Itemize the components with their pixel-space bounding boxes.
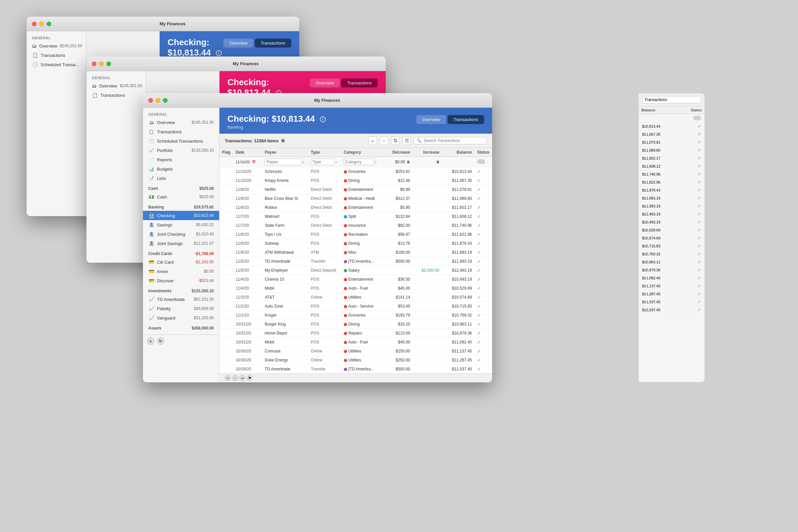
maximize-button-2[interactable] — [107, 61, 111, 66]
payee-input[interactable] — [265, 158, 301, 165]
sidebar-item-joint-checking-3[interactable]: 🏦 Joint Checking $1,010.49 — [143, 229, 219, 239]
sidebar-item-transactions-2[interactable]: 📋 Transactions — [87, 91, 146, 100]
minimize-button-3[interactable] — [156, 98, 160, 103]
status-toggle-right[interactable] — [693, 116, 701, 120]
status-check-icon[interactable]: ✓ — [477, 205, 481, 210]
row-remove-btn[interactable]: − — [232, 375, 238, 381]
status-check-icon[interactable]: ✓ — [477, 286, 481, 291]
status-check-icon[interactable]: ✓ — [477, 169, 481, 174]
sidebar-item-fidelity-3[interactable]: 📈 Fidelity $39,906.00 — [143, 304, 219, 313]
status-check-icon[interactable]: ✓ — [477, 340, 481, 345]
gear-icon[interactable]: ⚙ — [281, 138, 285, 143]
sidebar-item-amex-3[interactable]: 💳 Amex $0.00 — [143, 267, 219, 276]
info-icon-3[interactable]: i — [320, 116, 326, 122]
traffic-lights-2[interactable] — [92, 61, 111, 66]
minimize-button-2[interactable] — [99, 61, 104, 66]
sidebar-item-savings-3[interactable]: 🏦 Savings $5,430.22 — [143, 220, 219, 229]
traffic-lights-1[interactable] — [32, 22, 51, 26]
search-input[interactable] — [424, 138, 484, 143]
sidebar-item-scheduled-3[interactable]: 🕐 Scheduled Transactions — [143, 136, 219, 146]
calc-icon-2[interactable]: 🖩 — [436, 160, 440, 164]
row-undo-btn[interactable]: ↩ — [240, 375, 245, 381]
table-row: 11/7/20 Walmart POS Split $132.84 $11,60… — [220, 212, 492, 221]
sidebar-item-joint-savings-3[interactable]: 🏦 Joint Savings $12,321.67 — [143, 239, 219, 248]
tab-overview-2[interactable]: Overview — [310, 78, 340, 88]
status-check-icon[interactable]: ✓ — [477, 358, 481, 363]
right-panel-search[interactable] — [642, 96, 701, 103]
type-input[interactable] — [311, 158, 334, 165]
category-input[interactable] — [344, 158, 374, 165]
sidebar-item-cash-3[interactable]: 💵 Cash $525.00 — [143, 192, 219, 202]
status-check-icon[interactable]: ✓ — [477, 187, 481, 192]
status-check-icon[interactable]: ✓ — [477, 223, 481, 228]
tab-overview-1[interactable]: Overview — [224, 39, 253, 48]
tab-transactions-3[interactable]: Transactions — [448, 115, 484, 124]
sidebar-item-citi-3[interactable]: 💳 Citi Card -$1,242.65 — [143, 258, 219, 267]
sidebar-item-overview-1[interactable]: 🗂 Overview $245,351.50 — [26, 41, 86, 51]
new-row-category[interactable]: ≡ — [341, 157, 384, 167]
sidebar-item-transactions-3[interactable]: 📋 Transactions — [143, 127, 219, 136]
status-check-icon[interactable]: ✓ — [477, 330, 481, 336]
tab-overview-3[interactable]: Overview — [416, 115, 446, 124]
row-flag-btn[interactable]: ⚑ — [247, 375, 253, 381]
payee-dropdown-icon[interactable]: ≡ — [302, 160, 304, 164]
sidebar-item-transactions-1[interactable]: 📋 Transactions — [26, 51, 86, 60]
status-check-icon[interactable]: ✓ — [477, 366, 481, 372]
add-account-button[interactable]: + — [147, 338, 154, 345]
status-check-icon[interactable]: ✓ — [477, 241, 481, 246]
status-toggle[interactable] — [477, 159, 485, 164]
rp-status-icon: ✓ — [698, 275, 701, 280]
status-check-icon[interactable]: ✓ — [477, 250, 481, 255]
status-check-icon[interactable]: ✓ — [477, 214, 481, 219]
sidebar-item-scheduled-1[interactable]: 🕐 Scheduled Transa... — [26, 60, 86, 69]
new-row-status[interactable] — [474, 157, 492, 167]
calc-icon[interactable]: 🖩 — [407, 160, 410, 164]
status-check-icon[interactable]: ✓ — [477, 196, 481, 201]
sidebar-item-discover-3[interactable]: 💳 Discover -$523.44 — [143, 276, 219, 285]
status-check-icon[interactable]: ✓ — [477, 348, 481, 354]
maximize-button-1[interactable] — [46, 22, 51, 26]
sidebar-item-budgets-3[interactable]: 📊 Budgets — [143, 164, 219, 174]
tab-transactions-1[interactable]: Transactions — [255, 39, 291, 48]
status-check-icon[interactable]: ✓ — [477, 322, 481, 327]
sidebar-item-checking-3[interactable]: 🏦 Checking $10,813.44 — [143, 211, 219, 220]
status-check-icon[interactable]: ✓ — [477, 259, 481, 264]
info-icon-1[interactable]: i — [216, 50, 222, 56]
calendar-icon[interactable]: 📅 — [252, 160, 256, 164]
sort-button[interactable]: ⇅ — [391, 136, 400, 145]
sidebar-item-lists-3[interactable]: 📝 Lists — [143, 174, 219, 183]
tab-transactions-2[interactable]: Transactions — [341, 78, 378, 88]
remove-transaction-button[interactable]: − — [380, 136, 388, 145]
minimize-button-1[interactable] — [39, 22, 44, 26]
maximize-button-3[interactable] — [163, 98, 168, 103]
sidebar-item-td-3[interactable]: 📈 TD Ameritrade $62,151.50 — [143, 294, 219, 304]
status-check-icon[interactable]: ✓ — [477, 294, 481, 300]
new-row-payee[interactable]: ≡ — [262, 157, 308, 167]
add-transaction-button[interactable]: + — [368, 136, 377, 145]
new-row-type[interactable]: ≡ — [308, 157, 341, 167]
sync-button[interactable]: ↻ — [157, 338, 164, 345]
close-button-2[interactable] — [92, 61, 96, 66]
category-dropdown-icon[interactable]: ≡ — [375, 160, 377, 164]
sidebar-item-vanguard-3[interactable]: 📈 Vanguard $31,202.60 — [143, 313, 219, 323]
close-button-1[interactable] — [32, 22, 37, 26]
traffic-lights-3[interactable] — [148, 98, 168, 103]
status-check-icon[interactable]: ✓ — [477, 178, 481, 183]
status-check-icon[interactable]: ✓ — [477, 312, 481, 318]
new-row-increase[interactable]: 🖩 — [413, 157, 442, 167]
row-add-btn[interactable]: + — [225, 375, 231, 381]
type-dropdown-icon[interactable]: ≡ — [335, 160, 337, 164]
view-button[interactable]: ☰ — [402, 136, 411, 145]
new-row-date[interactable]: 11/10/20 📅 — [233, 157, 262, 167]
sidebar-item-reports-3[interactable]: 📄 Reports — [143, 155, 219, 164]
sidebar-item-overview-2[interactable]: 🗂 Overview $245,351.50 — [87, 81, 146, 91]
status-check-icon[interactable]: ✓ — [477, 304, 481, 309]
sidebar-item-overview-3[interactable]: 🗂 Overview $245,351.50 — [143, 118, 219, 127]
status-check-icon[interactable]: ✓ — [477, 232, 481, 237]
new-row-decrease[interactable]: $0.00 🖩 — [383, 157, 413, 167]
cell-status: ✓ — [474, 185, 492, 194]
close-button-3[interactable] — [148, 98, 153, 103]
status-check-icon[interactable]: ✓ — [477, 268, 481, 273]
status-check-icon[interactable]: ✓ — [477, 277, 481, 282]
sidebar-item-portfolio-3[interactable]: 📈 Portfolio $133,260.10 — [143, 146, 219, 155]
